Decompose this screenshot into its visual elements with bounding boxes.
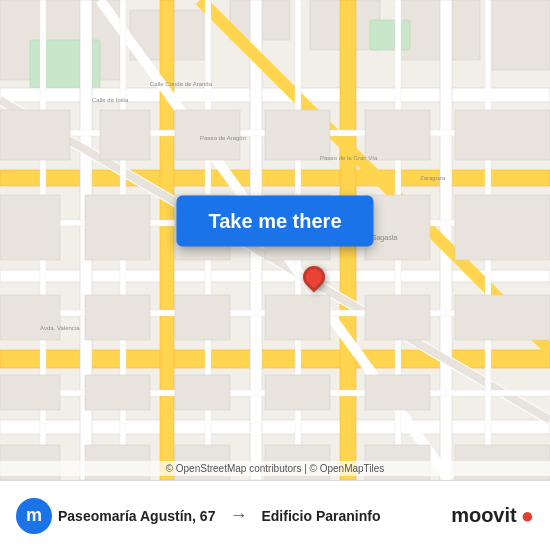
svg-rect-53 (175, 375, 230, 410)
svg-rect-38 (455, 110, 550, 160)
svg-rect-39 (0, 195, 60, 260)
footer-destination: Edificio Paraninfo (261, 508, 380, 524)
svg-rect-49 (365, 295, 430, 340)
svg-rect-44 (455, 195, 550, 260)
footer: m Paseomaría Agustín, 67 → Edificio Para… (0, 480, 550, 550)
svg-rect-15 (160, 0, 174, 480)
svg-rect-54 (265, 375, 330, 410)
svg-rect-40 (85, 195, 150, 260)
map-attribution: © OpenStreetMap contributors | © OpenMap… (0, 461, 550, 476)
svg-rect-50 (455, 295, 550, 340)
svg-rect-52 (85, 375, 150, 410)
svg-rect-36 (265, 110, 330, 160)
svg-text:Paseo de Aragón: Paseo de Aragón (200, 135, 246, 141)
svg-rect-55 (365, 375, 430, 410)
footer-origin: Paseomaría Agustín, 67 (58, 508, 215, 524)
svg-rect-43 (365, 195, 430, 260)
svg-text:Paseo de la Gran Vía: Paseo de la Gran Vía (320, 155, 378, 161)
moovit-text: moovit (451, 504, 517, 527)
svg-rect-34 (100, 110, 150, 160)
moovit-logo: moovit ● (451, 503, 534, 529)
svg-text:Avda. Valencia: Avda. Valencia (40, 325, 80, 331)
svg-rect-45 (0, 295, 60, 340)
destination-pin (303, 266, 325, 288)
map-container: Calle de Italia Paseo de Aragón Paseo Sa… (0, 0, 550, 480)
svg-text:Zaragoza: Zaragoza (420, 175, 446, 181)
take-me-there-button[interactable]: Take me there (176, 195, 373, 246)
svg-rect-8 (370, 20, 410, 50)
svg-rect-37 (365, 110, 430, 160)
moovit-dot: ● (521, 503, 534, 529)
footer-left: m Paseomaría Agustín, 67 → Edificio Para… (16, 498, 380, 534)
svg-rect-46 (85, 295, 150, 340)
svg-rect-48 (265, 295, 330, 340)
svg-rect-6 (490, 0, 550, 70)
svg-rect-47 (175, 295, 230, 340)
svg-rect-51 (0, 375, 60, 410)
svg-text:Calle Conde de Aranda: Calle Conde de Aranda (150, 81, 213, 87)
svg-text:Calle de Italia: Calle de Italia (92, 97, 129, 103)
footer-arrow: → (229, 505, 247, 526)
moovit-icon: m (16, 498, 52, 534)
svg-rect-33 (0, 110, 70, 160)
